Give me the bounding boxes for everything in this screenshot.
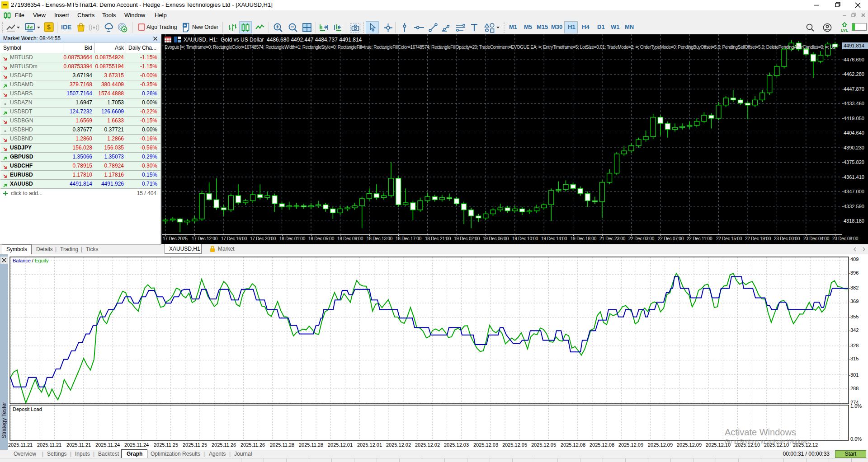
svg-text:LVL: LVL xyxy=(841,28,849,33)
svg-text:$: $ xyxy=(47,23,51,31)
